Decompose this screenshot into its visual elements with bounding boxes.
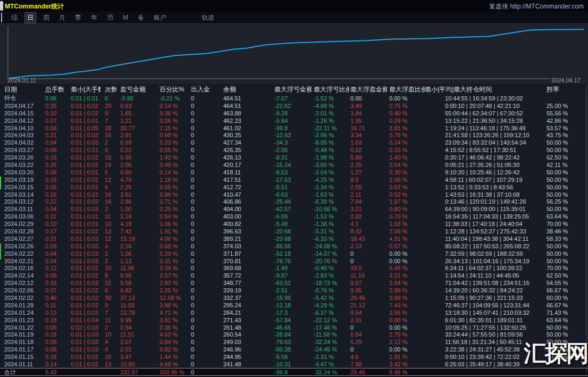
header-inout[interactable]: 出入金	[190, 85, 220, 94]
cell-flp: -4.47 %	[312, 361, 349, 367]
tab-轨迹[interactable]: 轨迹	[199, 12, 217, 23]
table-row[interactable]: 2024.04.170.250.01 | 0.02200.630.14 %046…	[0, 102, 588, 110]
cell-balance: 389.21	[220, 236, 269, 242]
header-minmax[interactable]: 最小|大手数	[66, 85, 100, 94]
table-row[interactable]: 2024.02.160.120.01 | 0.021011.963.34 %03…	[0, 264, 588, 272]
tab-备[interactable]: 备	[135, 12, 147, 23]
cell-fpp: 3.21 %	[387, 272, 425, 279]
tab-账户[interactable]: 账户	[151, 12, 169, 23]
tab-综[interactable]: 综	[9, 12, 20, 23]
cell-fp: 1.27	[349, 169, 387, 175]
cell-minmax: 0.01 | 0.01	[66, 169, 100, 175]
header-fl[interactable]: 最大浮亏金额	[269, 85, 312, 94]
table-row[interactable]: 2024.03.220.250.01 | 0.02192.060.49 %042…	[0, 161, 588, 169]
table-row[interactable]: 2024.03.270.060.01 | 0.0160.220.05 %0426…	[0, 146, 588, 154]
tab-周[interactable]: 周	[40, 12, 52, 23]
table-row[interactable]: 2024.02.120.330.01 | 0.03229.582.82 %034…	[0, 279, 588, 287]
header-win[interactable]: 胜率	[544, 85, 588, 94]
cell-lots: 0.33	[41, 280, 66, 286]
tab-M[interactable]: M	[120, 13, 131, 22]
table-row[interactable]: 2024.02.210.040.01 | 0.0321.130.31 %0370…	[0, 257, 588, 265]
table-row[interactable]: 2024.02.290.100.01 | 0.01104.191.06 %040…	[0, 220, 588, 228]
equity-curve-chart: 2024.01.11 2024.04.17	[0, 23, 588, 84]
cell-time: 11:40:04 | 198:43:38 | 304:42:11	[425, 236, 544, 242]
header-pct[interactable]: 百分比%	[156, 85, 190, 94]
header-count[interactable]: 次数	[100, 85, 116, 94]
table-row[interactable]: 2024.03.110.040.01 | 0.0321.000.25 %0404…	[0, 205, 588, 213]
open-position-row[interactable]: 持仓0.060.01 | 0.016-0.96-0.21 %0464.51-7.…	[0, 95, 588, 102]
cell-count: 6	[100, 95, 116, 102]
table-row[interactable]: 2024.01.240.130.01 | 0.03712.784.71 %028…	[0, 309, 588, 316]
table-row[interactable]: 2024.01.110.140.01 | 0.021310.804.68 %02…	[0, 361, 588, 368]
cell-fl: -89.56	[269, 243, 312, 249]
tab-年[interactable]: 年	[88, 12, 100, 23]
title-bar: MTCommander统计 复盘侠 http://MTCommander.com	[0, 0, 588, 12]
tab-季[interactable]: 季	[72, 12, 84, 23]
table-row[interactable]: 2024.01.230.180.01 | 0.04119.953.81 %027…	[0, 316, 588, 324]
table-row[interactable]: 2024.02.020.460.01 | 0.033037.1312.58 %0…	[0, 294, 588, 301]
table-row[interactable]: 2024.01.190.180.01 | 0.031011.514.62 %02…	[0, 331, 588, 339]
cell-fp: 2.31	[349, 317, 387, 323]
cell-lots: 0.06	[41, 184, 66, 190]
table-row[interactable]: 2024.03.060.110.01 | 0.01112.180.54 %040…	[0, 213, 588, 220]
cell-count: 16	[100, 191, 116, 198]
cell-pct: 3.34 %	[156, 265, 190, 271]
header-lots[interactable]: 总手数	[41, 85, 66, 94]
tab-日[interactable]: 日	[24, 12, 36, 23]
header-fpp[interactable]: 最大浮盈比例	[387, 85, 425, 94]
table-row[interactable]: 2024.01.170.080.01 | 0.0342.010.82 %0246…	[0, 346, 588, 353]
cell-fpp: 1.91 %	[387, 354, 425, 360]
table-row[interactable]: 2024.01.290.110.01 | 0.02911.033.88 %029…	[0, 301, 588, 309]
brand-link[interactable]: 复盘侠 http://MTCommander.com	[489, 2, 584, 11]
cell-flp: -5.42 %	[312, 295, 349, 301]
table-row[interactable]: 2024.03.190.150.01 | 0.02124.791.16 %041…	[0, 176, 588, 183]
cell-lots: 0.17	[41, 228, 66, 234]
cell-minmax: 0.01 | 0.04	[66, 317, 100, 323]
cell-lots: 0.04	[41, 258, 66, 264]
table-row[interactable]: 2024.04.020.040.01 | 0.0320.990.23 %0427…	[0, 139, 588, 146]
cell-fl: -12.18	[269, 302, 312, 308]
table-row[interactable]: 2024.03.200.060.01 | 0.0160.600.14 %0418…	[0, 169, 588, 176]
cell-flp: -3.65 %	[312, 162, 349, 168]
scrollbar[interactable]	[586, 85, 587, 372]
table-row[interactable]: 2024.02.140.090.01 | 0.0288.952.57 %0357…	[0, 272, 588, 279]
header-balance[interactable]: 余额	[220, 85, 269, 94]
table-row[interactable]: 2024.04.030.210.01 | 0.02162.910.68 %043…	[0, 131, 588, 139]
header-flp[interactable]: 最大浮亏比例	[312, 85, 349, 94]
tab-月[interactable]: 月	[56, 12, 68, 23]
cell-count: 2	[100, 139, 116, 146]
header-time[interactable]: 最小|平均|最大持仓时间	[425, 85, 544, 94]
table-row[interactable]: 2024.01.150.160.01 | 0.02153.471.44 %024…	[0, 353, 588, 361]
table-row[interactable]: 2024.02.270.210.01 | 0.031215.184.06 %03…	[0, 235, 588, 242]
table-row[interactable]: 2024.04.100.580.01 | 0.052830.777.15 %04…	[0, 124, 588, 132]
cell-pct: 1.44 %	[156, 354, 190, 360]
cell-win: 56.25 %	[544, 198, 588, 205]
cell-balance: 244.95	[220, 354, 269, 360]
table-row[interactable]: 2024.01.220.050.02 | 0.0320.940.36 %0261…	[0, 324, 588, 331]
cell-inout: 0	[190, 354, 220, 360]
cell-time: 71:04:42 | 139:51:08 | 234:51:16	[425, 280, 544, 286]
table-row[interactable]: 2024.01.180.080.01 | 0.0342.070.84 %0249…	[0, 338, 588, 346]
table-row[interactable]: 2024.03.260.180.01 | 0.02165.961.42 %042…	[0, 154, 588, 161]
cell-fp: 9.95	[349, 287, 387, 294]
cell-minmax: 0.01 | 0.03	[66, 331, 100, 338]
table-row[interactable]: 2024.02.260.090.01 | 0.0342.160.58 %0374…	[0, 242, 588, 250]
table-row[interactable]: 2024.04.120.070.01 | 0.0171.210.26 %0462…	[0, 117, 588, 124]
header-pnl[interactable]: 盈亏金额	[116, 85, 156, 94]
header-fp[interactable]: 最大浮盈金额	[349, 85, 387, 94]
table-row[interactable]: 2024.04.150.100.01 | 0.0291.650.36 %0463…	[0, 110, 588, 117]
header-date[interactable]: 日期	[0, 85, 41, 94]
tab-币[interactable]: 币	[104, 12, 116, 23]
table-row[interactable]: 2024.03.120.220.01 | 0.03162.860.71 %040…	[0, 198, 588, 205]
table-row[interactable]: 2024.02.280.170.01 | 0.02137.421.91 %039…	[0, 228, 588, 235]
cell-inout: 0	[190, 95, 220, 102]
cell-fpp: 3.81 %	[387, 125, 425, 131]
table-row[interactable]: 2024.02.060.070.01 | 0.0266.822.05 %0339…	[0, 287, 588, 294]
table-row[interactable]: 2024.03.140.160.01 | 0.01163.610.89 %041…	[0, 191, 588, 198]
table-row[interactable]: 2024.02.220.040.01 | 0.0321.060.29 %0371…	[0, 250, 588, 257]
cell-lots: 0.06	[41, 147, 66, 153]
table-row[interactable]: 2024.03.150.060.01 | 0.0162.250.55 %0412…	[0, 183, 588, 191]
cell-count: 12	[100, 177, 116, 183]
cell-fpp: 0.00 %	[387, 258, 425, 264]
cell-date: 2024.01.11	[0, 361, 41, 367]
